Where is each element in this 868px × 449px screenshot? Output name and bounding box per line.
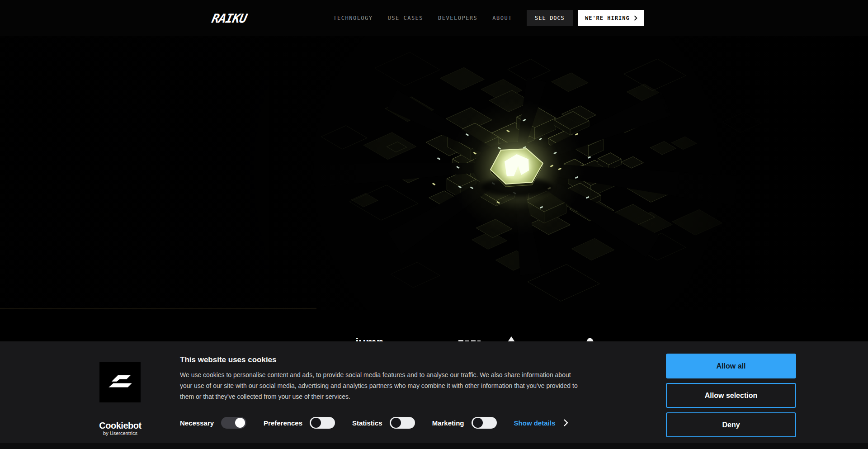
nav-link-technology[interactable]: TECHNOLOGY	[333, 0, 373, 36]
allow-selection-button[interactable]: Allow selection	[666, 383, 796, 408]
consent-buttons: Allow all Allow selection Deny	[666, 354, 796, 437]
chevron-right-icon	[634, 15, 637, 21]
statistics-toggle[interactable]	[390, 417, 415, 429]
chevron-right-icon[interactable]	[563, 419, 568, 427]
toggle-knob	[311, 418, 321, 428]
nav-link-use-cases[interactable]: USE CASES	[388, 0, 424, 36]
necessary-toggle	[221, 417, 246, 429]
show-details: Show details	[514, 419, 569, 427]
show-details-link[interactable]: Show details	[514, 419, 556, 427]
nav-actions: SEE DOCS WE'RE HIRING	[527, 10, 644, 26]
preferences-label: Preferences	[264, 419, 302, 427]
bottom-strip	[0, 443, 868, 449]
hero-city-render	[0, 36, 868, 310]
cookiebot-branding[interactable]: Cookiebot by Usercentrics	[96, 421, 144, 436]
were-hiring-label: WE'RE HIRING	[585, 15, 630, 21]
consent-controls: Necessary Preferences Statistics Marketi…	[180, 417, 648, 429]
nav-links: TECHNOLOGY USE CASES DEVELOPERS ABOUT	[333, 0, 512, 36]
nav-link-about[interactable]: ABOUT	[492, 0, 512, 36]
cookie-banner-title: This website uses cookies	[180, 355, 648, 364]
cookie-banner-description: We use cookies to personalise content an…	[180, 369, 648, 402]
hero-section	[0, 36, 868, 310]
marketing-toggle[interactable]	[472, 417, 497, 429]
allow-all-button[interactable]: Allow all	[666, 354, 796, 378]
cookie-consent-banner: Cookiebot by Usercentrics This website u…	[0, 341, 868, 443]
necessary-label: Necessary	[180, 419, 214, 427]
see-docs-button[interactable]: SEE DOCS	[527, 10, 573, 26]
toggle-group-statistics: Statistics	[352, 417, 415, 429]
preferences-toggle[interactable]	[310, 417, 335, 429]
toggle-knob	[235, 418, 245, 428]
cookiebot-wordmark: Cookiebot	[96, 421, 144, 430]
raiku-mark-icon	[106, 373, 135, 392]
description-line-2: your use of our site with our social med…	[180, 380, 648, 391]
raiku-mark-tile	[99, 362, 141, 402]
were-hiring-button[interactable]: WE'RE HIRING	[578, 10, 644, 26]
cookie-banner-content: This website uses cookies We use cookies…	[180, 355, 648, 429]
toggle-knob	[391, 418, 401, 428]
toggle-group-necessary: Necessary	[180, 417, 246, 429]
statistics-label: Statistics	[352, 419, 382, 427]
cookiebot-byline: by Usercentrics	[96, 430, 144, 436]
nav-link-developers[interactable]: DEVELOPERS	[438, 0, 477, 36]
raiku-logo[interactable]: RAIKU	[211, 11, 248, 25]
marketing-label: Marketing	[432, 419, 464, 427]
toggle-group-marketing: Marketing	[432, 417, 497, 429]
toggle-knob	[473, 418, 483, 428]
description-line-3: them or that they've collected from your…	[180, 391, 648, 402]
nav-inner: RAIKU TECHNOLOGY USE CASES DEVELOPERS AB…	[212, 0, 656, 36]
top-navbar: RAIKU TECHNOLOGY USE CASES DEVELOPERS AB…	[0, 0, 868, 36]
deny-button[interactable]: Deny	[666, 412, 796, 437]
description-line-1: We use cookies to personalise content an…	[180, 369, 648, 380]
toggle-group-preferences: Preferences	[264, 417, 335, 429]
